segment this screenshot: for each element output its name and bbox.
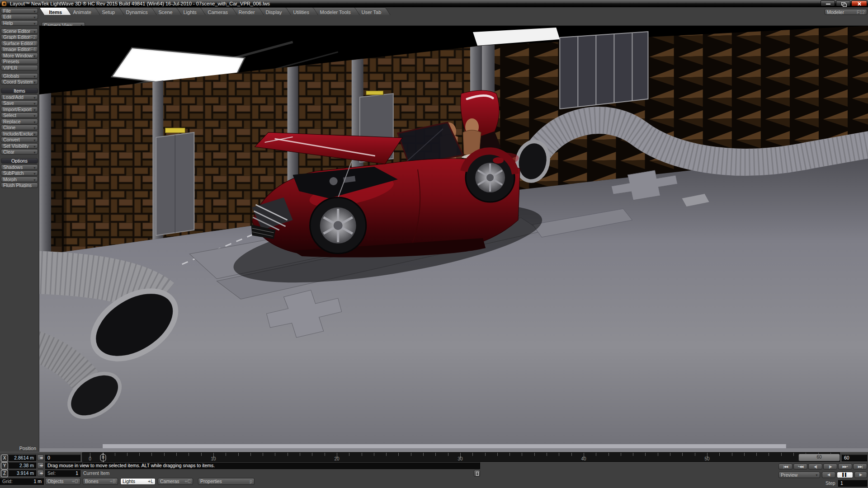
x-stepper[interactable]: ◀▶ (37, 455, 44, 461)
sidebar-button[interactable]: File ▼ (1, 8, 38, 14)
window-title: Layout™ NewTek LightWave 3D ® HC Rev 201… (10, 0, 270, 7)
sidebar-button[interactable]: Save ▼ (1, 100, 38, 106)
axis-z-button[interactable]: Z (1, 470, 8, 477)
wall-pillar (39, 93, 51, 261)
timeline-tick-label: 20 (334, 456, 339, 461)
timeline-tick-label: 0 (89, 456, 91, 461)
grid-size-field: Grid:1 m (0, 478, 44, 485)
play-button[interactable]: ▶ (854, 472, 867, 478)
item-type-button[interactable]: Bones+B (83, 478, 118, 485)
modeler-button[interactable]: Modeler F12 (825, 9, 867, 15)
viewport[interactable] (39, 26, 868, 452)
app-icon (1, 1, 7, 6)
sidebar-button[interactable]: Replace ▼ (1, 119, 38, 124)
car-rear-wheel (464, 151, 515, 202)
window-titlebar: Layout™ NewTek LightWave 3D ® HC Rev 201… (0, 0, 868, 7)
item-type-button[interactable]: Cameras+C (158, 478, 193, 485)
channel-row-x: X 2.8614 m ◀▶ (0, 455, 44, 461)
y-value-field[interactable]: 2.38 m (8, 462, 36, 469)
sidebar-button[interactable]: Globals ▼ (1, 73, 38, 79)
preview-dropdown[interactable]: Preview▼ (778, 472, 820, 478)
door-sign-yellow (165, 128, 185, 133)
sidebar-button[interactable]: Coord System ▼ (1, 79, 38, 84)
end-frame-field[interactable]: 60 (842, 455, 867, 461)
sidebar-button[interactable]: Graph Editor ^F2 (1, 34, 38, 40)
step-label: Step (826, 480, 835, 487)
sidebar-button[interactable]: Shadows ▼ (1, 164, 38, 170)
sidebar-button[interactable]: Morph ▼ (1, 177, 38, 182)
position-label: Position (0, 446, 36, 451)
sidebar-button[interactable]: Flush Plugins (1, 183, 38, 188)
y-stepper[interactable]: ◀▶ (37, 462, 44, 469)
sidebar-button[interactable]: Select ▼ (1, 113, 38, 118)
sidebar-button[interactable]: Options (1, 158, 38, 164)
z-value-field[interactable]: 3.914 m (8, 470, 36, 476)
timeline-tick-label: 50 (704, 456, 709, 461)
play-reverse-button[interactable]: ◀ (822, 472, 835, 478)
sidebar-button[interactable]: Scene Editor ▼ (1, 28, 38, 34)
sidebar-button[interactable]: Set Visibility ▼ (1, 143, 38, 149)
channel-row-z: Z 3.914 m ◀▶ (0, 470, 44, 476)
transport-button[interactable]: |◀◀ (778, 464, 793, 469)
restore-icon (841, 2, 845, 5)
sidebar-button[interactable]: Surface Editor ^F3 (1, 41, 38, 46)
car-front-wheel (310, 197, 366, 253)
x-value-field[interactable]: 2.8614 m (8, 455, 36, 461)
timeline-ruler[interactable]: 01020304050 0 60 (82, 452, 840, 462)
transport-button[interactable]: ▶▶+ (838, 464, 852, 469)
item-type-button[interactable]: Propertiesp (198, 478, 255, 485)
timeline-tick-label: 30 (458, 456, 462, 461)
sidebar-button[interactable]: Clone ▼ (1, 125, 38, 130)
sidebar-button[interactable]: Load/Add ▼ (1, 94, 38, 100)
transport-button[interactable]: ▶▶| (853, 464, 867, 469)
current-frame-marker-label[interactable]: 0 (100, 454, 106, 461)
sidebar-button[interactable]: Presets (1, 59, 38, 64)
axis-y-button[interactable]: Y (1, 462, 8, 469)
current-frame-field[interactable]: 0 (45, 455, 80, 461)
step-field[interactable]: 1 (838, 480, 867, 487)
minimize-icon (826, 4, 830, 5)
sidebar-button[interactable]: Clear ▼ (1, 149, 38, 155)
transport-button[interactable]: +◀◀ (793, 464, 807, 469)
pause-button[interactable]: ▌▌ (837, 472, 853, 478)
minimize-button[interactable] (821, 0, 835, 6)
item-lock-button[interactable] (474, 470, 480, 477)
close-button[interactable] (851, 0, 867, 6)
sidebar-button[interactable]: Edit ▼ (1, 14, 38, 19)
sidebar: File ▼ Edit ▼ Help ▼ Scene Editor ▼ Grap… (0, 7, 39, 452)
transport-button[interactable]: ||▶ (823, 464, 837, 469)
sidebar-button[interactable]: Import/Export ▼ (1, 107, 38, 112)
sidebar-button[interactable]: Help ▼ (1, 20, 38, 26)
item-type-button[interactable]: Lights+L (120, 478, 156, 485)
timeline-end-slider[interactable]: 60 (798, 454, 840, 461)
viewport-toolbar (39, 15, 868, 26)
timeline-tick-label: 40 (581, 456, 586, 461)
sidebar-button[interactable]: Image Editor ^F4 (1, 47, 38, 52)
restore-button[interactable] (836, 0, 850, 6)
timeline-tick-label: 10 (211, 456, 216, 461)
item-type-button[interactable]: Objects+O (45, 478, 80, 485)
selection-count-field: Sel:1 (45, 470, 80, 477)
item-lock-icon (476, 472, 479, 476)
channel-row-y: Y 2.38 m ◀▶ (0, 462, 44, 469)
main-tab[interactable]: Items (39, 7, 71, 15)
axis-x-button[interactable]: X (1, 455, 8, 462)
main-tab-bar: ItemsAnimateSetupDynamicsSceneLightsCame… (39, 7, 868, 15)
sidebar-button[interactable]: SubPatch ▼ (1, 170, 38, 176)
sidebar-button[interactable]: VIPER (1, 65, 38, 70)
z-stepper[interactable]: ◀▶ (37, 470, 44, 476)
sidebar-button[interactable]: Include/Exclude ▼ (1, 131, 38, 136)
sidebar-button[interactable]: Convert ▼ (1, 137, 38, 142)
viewport-render (39, 26, 868, 452)
status-bar: Drag mouse in view to move selected item… (45, 462, 480, 469)
sidebar-button[interactable]: More Windows ▼ (1, 53, 38, 58)
glass-panels (560, 32, 648, 109)
floor-edge-strip (103, 444, 786, 448)
sidebar-button[interactable]: Items (1, 88, 38, 94)
transport-button[interactable]: ◀|| (808, 464, 822, 469)
current-item-label: Current Item (83, 470, 109, 477)
